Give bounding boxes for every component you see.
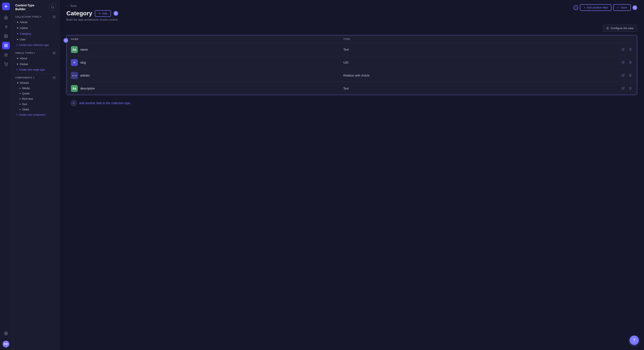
configure-view-button[interactable]: ☰ Configure the view — [603, 25, 637, 32]
divider — [12, 49, 60, 49]
svg-rect-9 — [4, 44, 6, 45]
plus-icon: + — [584, 6, 586, 9]
dot-icon — [20, 98, 20, 99]
plus-icon: + — [16, 68, 18, 71]
shared-group[interactable]: ▾ Shared — [12, 80, 60, 85]
field-delete-button[interactable] — [628, 73, 633, 78]
sidebar-item-quote[interactable]: Quote — [12, 91, 60, 96]
field-edit-button[interactable] — [621, 47, 626, 52]
nav-media[interactable] — [2, 32, 10, 40]
app-logo[interactable] — [2, 2, 10, 10]
svg-point-16 — [52, 6, 54, 8]
field-edit-button[interactable] — [621, 73, 626, 78]
column-type-header: TYPE — [343, 38, 616, 40]
main-content: ← Back Category ✏ Edit 3 Build the data … — [60, 0, 644, 350]
sidebar-title: Content-Type Builder — [15, 3, 34, 11]
table-row: Aa name Text — [67, 43, 637, 56]
field-edit-button[interactable] — [621, 86, 626, 91]
collection-types-label[interactable]: COLLECTION TYPES ▾ — [15, 16, 42, 18]
single-types-label[interactable]: SINGLE TYPES ▾ — [15, 52, 35, 54]
field-icon-uid: ⌗ — [71, 59, 78, 66]
page-title: Category — [66, 10, 92, 17]
plus-icon: + — [16, 113, 18, 116]
create-single-type-button[interactable]: + Create new single type — [12, 67, 60, 72]
sidebar-item-author[interactable]: Author — [12, 25, 60, 31]
check-icon: ✓ — [617, 6, 619, 9]
field-type: Relation with Article — [343, 74, 616, 77]
dot-icon — [20, 88, 20, 89]
field-name: description — [80, 87, 95, 90]
save-button[interactable]: ✓ Save — [613, 4, 631, 11]
edit-button[interactable]: ✏ Edit — [95, 10, 111, 17]
single-types-section: SINGLE TYPES ▾ 2 — [12, 50, 60, 55]
field-actions — [616, 73, 633, 78]
table-row: Aa description Text — [67, 82, 637, 95]
sidebar-item-article[interactable]: Article — [12, 19, 60, 25]
dot-icon — [17, 27, 18, 28]
field-type: UID — [343, 61, 616, 64]
svg-point-15 — [5, 333, 6, 334]
field-delete-button[interactable] — [628, 47, 633, 52]
nav-content-type[interactable] — [2, 42, 10, 49]
field-edit-button[interactable] — [621, 60, 626, 65]
field-name-cell: Aa name — [71, 46, 343, 53]
components-badge: 5 — [52, 76, 56, 79]
dot-icon — [17, 33, 18, 34]
table-badge: 2 — [64, 38, 68, 43]
chevron-down-icon: ▾ — [40, 16, 42, 18]
chevron-down-icon: ▾ — [17, 81, 18, 84]
sidebar-item-about[interactable]: About — [12, 55, 60, 61]
table-row: ⟷ articles Relation with Article — [67, 69, 637, 82]
field-icon-relation: ⟷ — [71, 72, 78, 79]
dot-icon — [20, 109, 20, 110]
nav-settings[interactable] — [2, 330, 10, 337]
field-name: slug — [80, 61, 86, 64]
field-name-cell: ⌗ slug — [71, 59, 343, 66]
sidebar-item-global[interactable]: Global — [12, 61, 60, 67]
field-delete-button[interactable] — [628, 86, 633, 91]
create-collection-type-button[interactable]: + Create new collection type — [12, 42, 60, 48]
svg-rect-12 — [4, 46, 6, 47]
dot-icon — [17, 22, 18, 23]
field-actions — [616, 60, 633, 65]
sidebar-item-rich-text[interactable]: Rich text — [12, 96, 60, 101]
nav-marketplace[interactable] — [2, 60, 10, 68]
field-icon-text: Aa — [71, 46, 78, 53]
sidebar-item-slider[interactable]: Slider — [12, 107, 60, 112]
divider — [12, 73, 60, 74]
components-label[interactable]: COMPONENTS ▾ — [15, 77, 34, 79]
column-actions-header — [616, 38, 633, 40]
nav-content[interactable] — [2, 23, 10, 31]
field-name-cell: ⟷ articles — [71, 72, 343, 79]
chevron-down-icon: ▾ — [34, 52, 35, 54]
nav-home[interactable] — [2, 14, 10, 21]
sidebar-item-seo[interactable]: Seo — [12, 101, 60, 107]
add-field-circle-icon: + — [71, 100, 77, 106]
sidebar-item-user[interactable]: User — [12, 37, 60, 42]
back-link[interactable]: ← Back — [66, 4, 118, 7]
icon-bar: KD — [0, 0, 12, 350]
header-badge-right: 4 — [632, 5, 637, 10]
svg-line-17 — [53, 8, 54, 8]
content-table: NAME TYPE Aa name Text — [66, 35, 637, 95]
page-title-row: Category ✏ Edit 3 — [66, 10, 118, 17]
create-component-button[interactable]: + Create new component — [12, 112, 60, 118]
chevron-down-icon: ▾ — [33, 77, 34, 79]
user-avatar-area[interactable]: KD — [2, 341, 9, 348]
nav-plugins[interactable] — [2, 51, 10, 59]
sidebar-item-media[interactable]: Media — [12, 85, 60, 91]
help-button[interactable]: ? — [630, 336, 639, 345]
field-name: name — [80, 48, 88, 51]
dot-icon — [17, 64, 18, 65]
pencil-icon: ✏ — [98, 12, 101, 15]
svg-rect-10 — [6, 44, 7, 45]
collection-types-section: COLLECTION TYPES ▾ 4 — [12, 14, 60, 19]
table-wrapper: 2 NAME TYPE Aa name Text — [66, 35, 637, 95]
add-field-inline-button[interactable]: + Add another field to this collection t… — [66, 95, 637, 111]
sidebar-item-category[interactable]: Category — [12, 31, 60, 37]
sidebar-search-button[interactable] — [49, 4, 56, 11]
field-delete-button[interactable] — [628, 60, 633, 65]
dot-icon — [20, 104, 20, 105]
add-field-button[interactable]: + Add another field — [580, 4, 612, 11]
field-icon-text: Aa — [71, 85, 78, 92]
